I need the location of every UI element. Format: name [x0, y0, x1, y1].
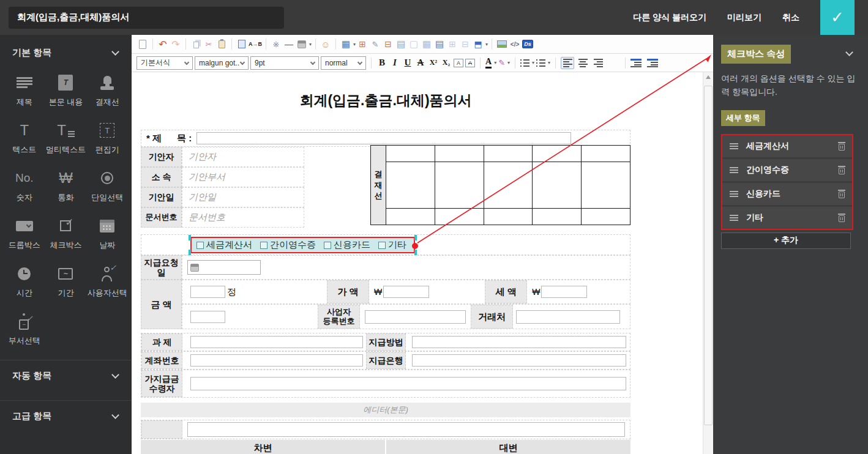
- pay-bank-input[interactable]: [412, 354, 626, 367]
- selection-handle[interactable]: [414, 250, 417, 255]
- tax-input[interactable]: [541, 286, 587, 298]
- palette-item-checkbox[interactable]: ✓ 체크박스: [45, 210, 87, 256]
- pay-request-date-input[interactable]: [187, 260, 261, 275]
- char-style-box-icon[interactable]: A: [454, 59, 463, 67]
- palette-item-editor[interactable]: T 편집기: [86, 115, 128, 160]
- pay-method-input[interactable]: [412, 336, 626, 348]
- checkbox-field-selected[interactable]: 세금계산서 간이영수증 신용카드 기타: [190, 237, 415, 253]
- trash-icon[interactable]: [839, 168, 845, 174]
- advance-receiver-input[interactable]: [190, 377, 626, 390]
- split-cells-icon[interactable]: ▤: [433, 38, 446, 50]
- option-item[interactable]: 간이영수증: [722, 159, 852, 181]
- title-field-input[interactable]: [196, 132, 571, 144]
- save-confirm-button[interactable]: ✓: [820, 0, 855, 35]
- drafter-row[interactable]: 기안자 기안자: [141, 147, 304, 167]
- align-right-button[interactable]: [591, 57, 605, 69]
- redo-icon[interactable]: ↷: [170, 38, 182, 50]
- strikethrough-button[interactable]: A: [415, 58, 426, 68]
- bold-button[interactable]: B: [376, 58, 387, 68]
- cell-fill-icon[interactable]: ⬒: [472, 38, 484, 50]
- find-replace-icon[interactable]: A→B: [249, 38, 262, 50]
- checkbox-option[interactable]: 신용카드: [324, 239, 370, 251]
- palette-item-time[interactable]: 시간: [4, 258, 45, 303]
- cancel-button[interactable]: 취소: [782, 12, 799, 23]
- doc-number-row[interactable]: 문서번호 문서번호: [141, 207, 304, 228]
- ordered-list-icon[interactable]: [520, 59, 529, 67]
- option-item[interactable]: 신용카드: [722, 183, 852, 205]
- subject-input[interactable]: [190, 336, 363, 348]
- align-left-button[interactable]: [561, 57, 574, 69]
- selection-handle[interactable]: [189, 250, 191, 255]
- palette-item-currency[interactable]: ₩ 통화: [45, 163, 87, 208]
- table-faded-icon[interactable]: ▢: [408, 38, 420, 50]
- load-other-form-button[interactable]: 다른 양식 불러오기: [633, 12, 706, 23]
- outdent-icon[interactable]: [630, 59, 642, 67]
- selection-handle[interactable]: [414, 235, 417, 240]
- horizontal-rule-icon[interactable]: —: [283, 38, 295, 50]
- palette-item-single-select[interactable]: 단일선택: [86, 163, 128, 208]
- checkbox-square-icon[interactable]: [378, 242, 386, 249]
- palette-item-date[interactable]: 날짜: [86, 210, 128, 256]
- undo-icon[interactable]: ↶: [157, 38, 169, 50]
- underline-button[interactable]: U: [402, 58, 413, 68]
- indent-icon[interactable]: [647, 59, 658, 67]
- paragraph-format-select[interactable]: 기본서식: [137, 56, 193, 70]
- checkbox-square-icon[interactable]: [324, 242, 331, 249]
- emoticon-icon[interactable]: ☺: [320, 38, 332, 50]
- section-advanced-items[interactable]: 고급 항목: [0, 400, 132, 432]
- caret-down-icon[interactable]: ▾: [494, 60, 496, 65]
- remove-format-icon[interactable]: A: [465, 59, 475, 67]
- form-title-input[interactable]: 회계(입금,출금,대체)품의서: [9, 7, 284, 29]
- special-char-icon[interactable]: ※: [270, 38, 282, 50]
- row-merge-icon[interactable]: ⊞: [446, 38, 458, 50]
- line-style-select[interactable]: normal: [321, 56, 366, 70]
- checkbox-square-icon[interactable]: [260, 242, 268, 249]
- copy-icon[interactable]: [190, 38, 202, 50]
- section-auto-items[interactable]: 자동 항목: [0, 360, 132, 392]
- delete-col-icon[interactable]: ⊟: [382, 38, 394, 50]
- col-merge-icon[interactable]: ⊟: [459, 38, 471, 50]
- drag-handle-icon[interactable]: [730, 167, 738, 173]
- subscript-button[interactable]: X₂: [441, 58, 452, 67]
- drag-handle-icon[interactable]: [730, 215, 738, 221]
- caret-down-icon[interactable]: ▾: [485, 42, 488, 47]
- scroll-up-arrow-icon[interactable]: [703, 72, 713, 82]
- checkbox-option[interactable]: 간이영수증: [260, 239, 316, 251]
- table-icon[interactable]: ▦: [340, 38, 352, 50]
- caret-down-icon[interactable]: ▾: [353, 42, 356, 47]
- image-icon[interactable]: [496, 38, 508, 50]
- checkbox-option[interactable]: 기타: [378, 239, 406, 251]
- drag-handle-icon[interactable]: [730, 143, 738, 149]
- checkbox-square-icon[interactable]: [196, 242, 204, 249]
- palette-item-period[interactable]: ~ 기간: [45, 258, 87, 303]
- italic-button[interactable]: I: [389, 58, 400, 68]
- paste-icon[interactable]: [215, 38, 228, 50]
- insert-row-icon[interactable]: ⊞: [356, 38, 369, 50]
- trash-icon[interactable]: [839, 215, 845, 222]
- font-size-select[interactable]: 9pt: [250, 56, 319, 70]
- section-basic-items[interactable]: 기본 항목: [0, 35, 132, 66]
- scrollbar-thumb[interactable]: [704, 86, 713, 425]
- caret-down-icon[interactable]: ▾: [548, 60, 550, 65]
- add-option-button[interactable]: + 추가: [721, 233, 851, 249]
- extra-input[interactable]: [187, 422, 625, 437]
- amount-number-input[interactable]: [190, 311, 225, 323]
- merge-cells-icon[interactable]: ▦: [421, 38, 433, 50]
- unordered-list-icon[interactable]: [536, 59, 545, 67]
- caret-down-icon[interactable]: ▾: [532, 60, 534, 65]
- option-item[interactable]: 세금계산서: [722, 135, 852, 157]
- canvas-scrollbar[interactable]: [703, 72, 713, 454]
- trash-icon[interactable]: [839, 192, 845, 198]
- highlight-color-icon[interactable]: ✎: [498, 58, 505, 67]
- superscript-button[interactable]: X²: [428, 58, 439, 67]
- align-justify-button[interactable]: [607, 57, 620, 69]
- body-editor-placeholder[interactable]: 에디터(본문): [141, 403, 630, 417]
- account-number-input[interactable]: [190, 354, 363, 367]
- calendar-icon[interactable]: [190, 264, 199, 272]
- preview-button[interactable]: 미리보기: [727, 12, 761, 23]
- department-row[interactable]: 소 속 기안부서: [141, 167, 304, 187]
- business-number-input[interactable]: [365, 310, 466, 324]
- approval-line-table[interactable]: 결재선: [370, 145, 630, 225]
- selection-handle[interactable]: [189, 235, 191, 240]
- palette-item-multitext[interactable]: T 멀티텍스트: [45, 115, 87, 160]
